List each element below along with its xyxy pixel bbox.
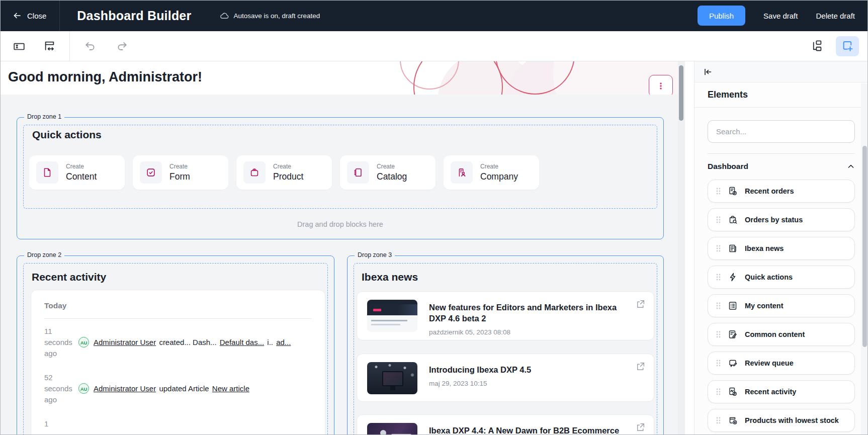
decorative-circle bbox=[413, 61, 503, 95]
drag-handle-icon[interactable] bbox=[716, 216, 721, 224]
element-item-orders-by-status[interactable]: Orders by status bbox=[708, 208, 855, 231]
drop-zone-2-label: Drop zone 2 bbox=[24, 251, 64, 258]
create-product-card[interactable]: Create Product bbox=[236, 155, 332, 190]
drop-zone-3[interactable]: Drop zone 3 Ibexa news New features for … bbox=[347, 255, 664, 435]
drag-handle-icon[interactable] bbox=[716, 359, 721, 367]
element-item-my-content[interactable]: My content bbox=[708, 294, 855, 317]
create-company-card[interactable]: Create Company bbox=[444, 155, 539, 190]
create-label: Product bbox=[273, 171, 303, 182]
input-field-tool-button[interactable] bbox=[10, 37, 28, 55]
news-item[interactable]: Ibexa DXP 4.4: A New Dawn for B2B Ecomme… bbox=[357, 414, 654, 435]
panel-body: Dashboard Recent orders Orders by status… bbox=[695, 108, 868, 435]
news-item[interactable]: Introducing Ibexa DXP 4.5 maj 29, 2023 1… bbox=[357, 354, 654, 402]
create-label: Catalog bbox=[377, 171, 407, 182]
activity-description: AU Administrator User updated Article Ne… bbox=[78, 372, 250, 405]
close-button[interactable]: Close bbox=[0, 0, 59, 31]
drag-drop-hint: Drag and drop blocks here bbox=[17, 220, 663, 228]
products-lowest-stock-icon bbox=[728, 415, 738, 425]
create-form-card[interactable]: Create Form bbox=[133, 155, 228, 190]
elements-panel: Elements Dashboard Recent orders Orders … bbox=[694, 61, 868, 435]
external-link-icon[interactable] bbox=[635, 361, 646, 372]
quick-actions-row: Create Content Create Form Create bbox=[29, 155, 539, 190]
activity-group-label: Today bbox=[44, 301, 312, 310]
news-item[interactable]: New features for Editors and Marketers i… bbox=[357, 291, 654, 340]
drag-handle-icon[interactable] bbox=[716, 330, 721, 338]
drop-zone-3-dashed-area bbox=[354, 263, 657, 435]
element-item-review-queue[interactable]: Review queue bbox=[708, 352, 855, 375]
user-link[interactable]: Administrator User bbox=[94, 338, 156, 346]
collapse-panel-icon[interactable] bbox=[703, 67, 713, 77]
company-icon bbox=[451, 161, 473, 184]
element-item-products-with-lowest-stock[interactable]: Products with lowest stock bbox=[708, 409, 855, 432]
autosave-label: Autosave is on, draft created bbox=[233, 12, 320, 20]
activity-timestamp: 11 seconds ago bbox=[44, 326, 78, 359]
main-scrollbar[interactable] bbox=[678, 61, 685, 435]
drag-handle-icon[interactable] bbox=[716, 388, 721, 396]
create-label: Content bbox=[66, 171, 97, 182]
external-link-icon[interactable] bbox=[635, 299, 646, 309]
news-thumbnail bbox=[367, 423, 417, 435]
catalog-icon bbox=[347, 161, 369, 184]
recent-activity-icon bbox=[728, 387, 738, 397]
content-icon bbox=[36, 161, 58, 184]
content-link[interactable]: Default das... bbox=[220, 338, 264, 346]
element-item-label: Recent orders bbox=[745, 187, 794, 195]
avatar: AU bbox=[78, 337, 89, 347]
redo-button[interactable] bbox=[113, 37, 131, 55]
drag-handle-icon[interactable] bbox=[716, 302, 721, 310]
create-prefix: Create bbox=[480, 163, 518, 170]
content-link[interactable]: ad... bbox=[276, 338, 291, 346]
publish-button[interactable]: Publish bbox=[698, 6, 745, 26]
section-label: Dashboard bbox=[708, 162, 748, 171]
user-link[interactable]: Administrator User bbox=[94, 384, 156, 393]
drag-handle-icon[interactable] bbox=[716, 416, 721, 424]
element-item-recent-orders[interactable]: Recent orders bbox=[708, 180, 855, 203]
element-item-common-content[interactable]: Common content bbox=[708, 323, 855, 346]
element-item-quick-actions[interactable]: Quick actions bbox=[708, 266, 855, 289]
divider bbox=[708, 153, 855, 154]
recent-orders-icon bbox=[728, 186, 738, 196]
create-prefix: Create bbox=[66, 163, 97, 170]
element-item-ibexa-news[interactable]: Ibexa news bbox=[708, 237, 855, 260]
content-tree-button[interactable] bbox=[808, 37, 826, 55]
create-content-card[interactable]: Create Content bbox=[29, 155, 125, 190]
search-input[interactable] bbox=[708, 120, 855, 143]
element-item-label: My content bbox=[745, 302, 784, 310]
drop-zone-1[interactable]: Drop zone 1 Quick actions Create Content… bbox=[17, 117, 664, 239]
element-list: Recent orders Orders by status Ibexa new… bbox=[708, 180, 855, 435]
drag-handle-icon[interactable] bbox=[716, 187, 721, 195]
create-catalog-card[interactable]: Create Catalog bbox=[340, 155, 436, 190]
activity-row: 52 seconds ago AU Administrator User upd… bbox=[44, 372, 312, 405]
drag-handle-icon[interactable] bbox=[716, 273, 721, 281]
element-item-label: Quick actions bbox=[745, 273, 793, 281]
news-title: New features for Editors and Marketers i… bbox=[429, 302, 626, 324]
drag-handle-icon[interactable] bbox=[716, 244, 721, 252]
panel-title: Elements bbox=[695, 82, 868, 108]
app-title: Dashboard Builder bbox=[77, 9, 191, 23]
main-scrollbar-thumb[interactable] bbox=[679, 65, 683, 121]
activity-description: AU Administrator User created... Dash...… bbox=[78, 326, 292, 359]
builder-toolbar bbox=[0, 31, 868, 61]
delete-draft-button[interactable]: Delete draft bbox=[816, 12, 855, 20]
avatar: AU bbox=[78, 383, 89, 394]
element-item-recent-activity[interactable]: Recent activity bbox=[708, 380, 855, 403]
header-options-button[interactable] bbox=[649, 75, 673, 95]
navbar-divider bbox=[59, 0, 60, 31]
panel-scrollbar-thumb[interactable] bbox=[862, 146, 867, 347]
back-arrow-icon bbox=[12, 11, 22, 21]
drop-zone-2[interactable]: Drop zone 2 Recent activity Today 11 sec… bbox=[17, 255, 334, 435]
dashboard-section-header[interactable]: Dashboard bbox=[708, 159, 855, 173]
close-label: Close bbox=[27, 12, 46, 20]
element-item-label: Common content bbox=[745, 330, 805, 338]
add-element-button[interactable] bbox=[836, 36, 859, 56]
orders-by-status-icon bbox=[728, 215, 738, 225]
panel-header bbox=[695, 61, 868, 82]
switch-layout-tool-button[interactable] bbox=[40, 37, 58, 55]
save-draft-button[interactable]: Save draft bbox=[763, 12, 798, 20]
external-link-icon[interactable] bbox=[635, 422, 646, 432]
activity-timestamp: 52 seconds ago bbox=[44, 372, 78, 405]
undo-button[interactable] bbox=[81, 37, 99, 55]
divider bbox=[44, 318, 312, 319]
autosave-status: Autosave is on, draft created bbox=[219, 11, 320, 21]
content-link[interactable]: New article bbox=[212, 384, 249, 393]
